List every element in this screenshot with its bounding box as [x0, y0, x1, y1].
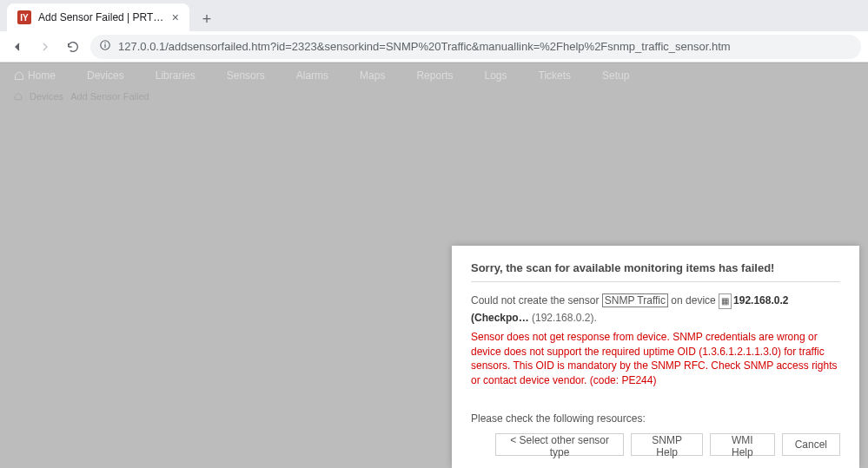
summary-pre: Could not create the sensor: [471, 294, 602, 307]
nav-devices[interactable]: Devices: [87, 69, 124, 82]
home-icon[interactable]: [14, 92, 23, 101]
dialog-check-text: Please check the following resources:: [471, 412, 840, 425]
breadcrumb: Devices Add Sensor Failed: [0, 87, 868, 106]
nav-alarms[interactable]: Alarms: [296, 69, 328, 82]
nav-logs[interactable]: Logs: [484, 69, 507, 82]
svg-rect-1: [104, 44, 105, 48]
snmp-help-button[interactable]: SNMP Help: [631, 433, 703, 456]
home-icon: [14, 70, 24, 81]
back-button[interactable]: [7, 36, 28, 57]
nav-maps[interactable]: Maps: [360, 69, 385, 82]
forward-button[interactable]: [35, 36, 56, 57]
nav-home[interactable]: Home: [14, 69, 56, 82]
nav-setup[interactable]: Setup: [602, 69, 629, 82]
breadcrumb-devices[interactable]: Devices: [30, 91, 63, 102]
tab-favicon: IY: [17, 10, 31, 24]
url-field[interactable]: 127.0.0.1/addsensorfailed.htm?id=2323&se…: [90, 35, 861, 59]
nav-tickets[interactable]: Tickets: [539, 69, 572, 82]
cancel-button[interactable]: Cancel: [782, 433, 840, 456]
info-icon[interactable]: [99, 39, 111, 54]
dialog-title: Sorry, the scan for available monitoring…: [471, 261, 840, 282]
nav-libraries[interactable]: Libraries: [156, 69, 195, 82]
browser-tab-strip: IY Add Sensor Failed | PRTG Networ × +: [0, 0, 868, 31]
browser-tab[interactable]: IY Add Sensor Failed | PRTG Networ ×: [7, 3, 189, 31]
dialog-buttons: < Select other sensor type SNMP Help WMI…: [471, 433, 840, 456]
url-text: 127.0.0.1/addsensorfailed.htm?id=2323&se…: [118, 40, 731, 53]
svg-rect-2: [104, 43, 105, 43]
device-icon: ▦: [719, 293, 732, 309]
nav-reports[interactable]: Reports: [416, 69, 453, 82]
dialog-error-text: Sensor does not get response from device…: [471, 330, 840, 388]
select-other-sensor-button[interactable]: < Select other sensor type: [495, 433, 624, 456]
sensor-name-chip[interactable]: SNMP Traffic: [602, 293, 668, 307]
reload-button[interactable]: [63, 36, 83, 57]
wmi-help-button[interactable]: WMI Help: [710, 433, 775, 456]
nav-label: Home: [28, 69, 56, 82]
close-icon[interactable]: ×: [172, 10, 179, 24]
summary-mid: on device: [668, 294, 719, 307]
nav-sensors[interactable]: Sensors: [227, 69, 265, 82]
breadcrumb-current: Add Sensor Failed: [70, 91, 149, 102]
address-bar: 127.0.0.1/addsensorfailed.htm?id=2323&se…: [0, 31, 868, 63]
app-nav: Home Devices Libraries Sensors Alarms Ma…: [0, 63, 868, 87]
new-tab-button[interactable]: +: [195, 7, 219, 31]
error-dialog: Sorry, the scan for available monitoring…: [452, 246, 859, 468]
device-ip: (192.168.0.2).: [529, 312, 597, 324]
dialog-summary: Could not create the sensor SNMP Traffic…: [471, 293, 840, 326]
tab-title: Add Sensor Failed | PRTG Networ: [38, 11, 167, 23]
